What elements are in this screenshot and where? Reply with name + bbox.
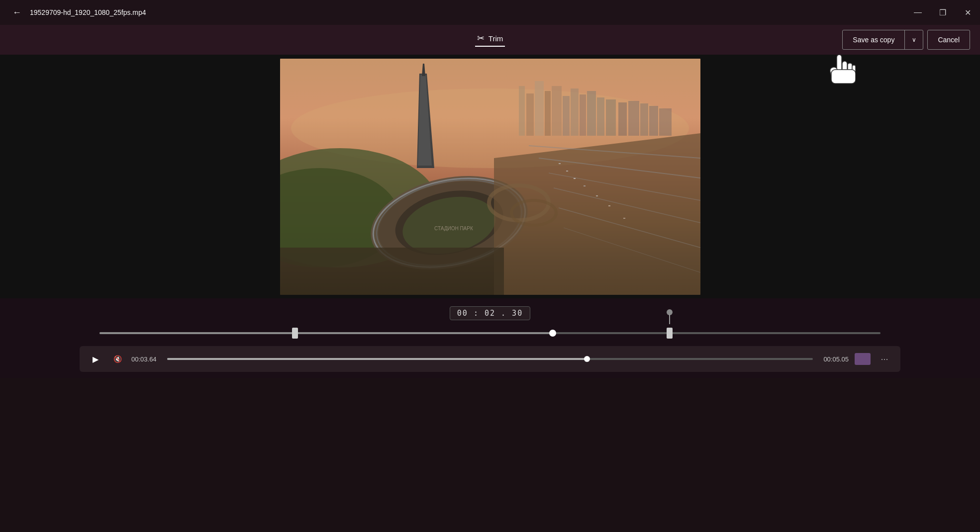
trim-marker-line xyxy=(669,314,670,324)
dropdown-chevron-icon: ∨ xyxy=(912,36,916,43)
svg-rect-17 xyxy=(597,97,604,136)
video-area: СТАДИОН ПАРК xyxy=(0,55,980,298)
svg-rect-9 xyxy=(526,93,534,136)
trim-handle-left[interactable] xyxy=(292,328,298,339)
svg-marker-35 xyxy=(494,133,700,295)
svg-rect-51 xyxy=(623,218,625,219)
svg-rect-45 xyxy=(559,163,561,164)
window-controls: — ❐ ✕ xyxy=(905,0,980,25)
cancel-button[interactable]: Cancel xyxy=(927,30,970,50)
svg-rect-21 xyxy=(640,103,648,136)
svg-rect-19 xyxy=(618,102,627,136)
svg-rect-20 xyxy=(628,101,639,136)
svg-rect-49 xyxy=(596,195,598,196)
svg-rect-47 xyxy=(574,178,576,179)
minimize-icon: — xyxy=(914,8,922,17)
toolbar-actions: Save as copy ∨ Cancel xyxy=(505,30,970,50)
minimize-button[interactable]: — xyxy=(905,0,930,25)
svg-rect-23 xyxy=(659,108,672,136)
end-time-display: 00:05.05 xyxy=(819,355,849,363)
trim-label-text: Trim xyxy=(489,34,503,43)
trim-handle-right[interactable] xyxy=(667,328,673,339)
close-icon: ✕ xyxy=(965,8,971,17)
trim-mode-label: ✂ Trim xyxy=(477,33,503,44)
timeline-area xyxy=(99,324,881,342)
svg-rect-14 xyxy=(571,89,579,136)
title-bar: ← 19529709-hd_1920_1080_25fps.mp4 — ❐ ✕ xyxy=(0,0,980,25)
svg-rect-16 xyxy=(587,91,596,136)
thumbnail-button[interactable] xyxy=(855,353,871,365)
controls-area: 00 : 02 . 30 ▶ 🔇 00:03.64 00:05.05 xyxy=(0,298,980,378)
progress-bar[interactable] xyxy=(167,358,813,360)
svg-rect-50 xyxy=(608,205,610,206)
time-badge: 00 : 02 . 30 xyxy=(450,306,530,320)
svg-rect-10 xyxy=(535,81,544,136)
more-icon: ··· xyxy=(881,354,888,364)
close-button[interactable]: ✕ xyxy=(955,0,980,25)
svg-rect-22 xyxy=(649,106,658,136)
svg-rect-8 xyxy=(519,86,525,136)
svg-rect-15 xyxy=(580,94,586,136)
toolbar: ✂ Trim Save as copy ∨ Cancel xyxy=(0,25,980,55)
save-dropdown-button[interactable]: ∨ xyxy=(905,30,923,49)
current-time-display: 00:03.64 xyxy=(131,355,161,363)
volume-button[interactable]: 🔇 xyxy=(109,351,125,367)
trim-icon: ✂ xyxy=(477,33,485,44)
play-icon: ▶ xyxy=(93,355,98,364)
back-icon: ← xyxy=(12,7,21,18)
trim-underline xyxy=(475,46,505,47)
svg-rect-12 xyxy=(552,86,562,136)
timeline-progress xyxy=(99,332,553,334)
svg-text:СТАДИОН ПАРК: СТАДИОН ПАРК xyxy=(434,226,473,231)
maximize-button[interactable]: ❐ xyxy=(930,0,955,25)
save-as-copy-button-group: Save as copy ∨ xyxy=(842,30,923,50)
more-options-button[interactable]: ··· xyxy=(877,351,892,367)
save-as-copy-button[interactable]: Save as copy xyxy=(843,30,905,49)
toolbar-center: ✂ Trim xyxy=(475,33,505,47)
video-content: СТАДИОН ПАРК xyxy=(280,59,700,295)
timeline-track xyxy=(99,332,881,334)
back-button[interactable]: ← xyxy=(8,3,26,21)
playhead[interactable] xyxy=(549,330,556,337)
progress-thumb xyxy=(584,356,590,362)
svg-rect-48 xyxy=(584,185,586,186)
svg-rect-44 xyxy=(280,248,504,295)
video-frame: СТАДИОН ПАРК xyxy=(280,59,700,295)
play-button[interactable]: ▶ xyxy=(88,351,103,367)
svg-rect-18 xyxy=(606,99,616,136)
time-indicator: 00 : 02 . 30 xyxy=(0,306,980,320)
svg-rect-11 xyxy=(545,91,551,136)
volume-icon: 🔇 xyxy=(113,355,122,363)
filename-label: 19529709-hd_1920_1080_25fps.mp4 xyxy=(30,8,146,16)
svg-rect-13 xyxy=(563,96,570,136)
svg-rect-46 xyxy=(566,171,568,172)
player-controls-bar: ▶ 🔇 00:03.64 00:05.05 ··· xyxy=(80,346,900,372)
progress-fill xyxy=(167,358,587,360)
maximize-icon: ❐ xyxy=(939,8,946,17)
